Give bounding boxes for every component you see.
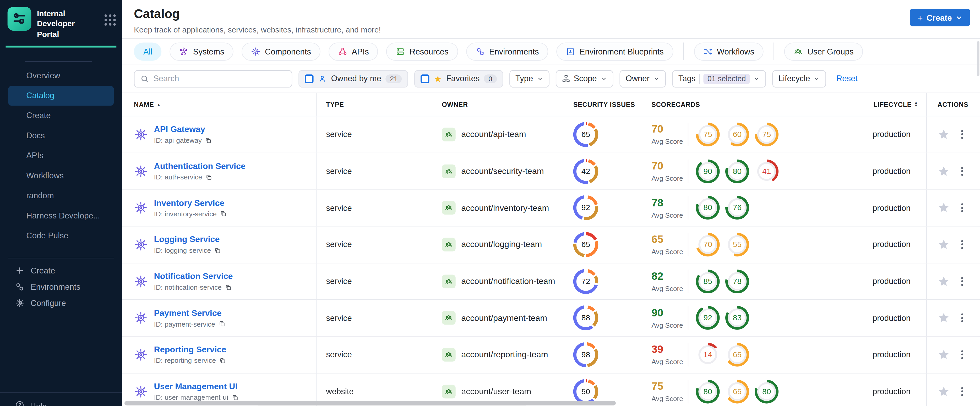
scorecard-value: 90 [703, 167, 712, 176]
tab-environment-blueprints[interactable]: Environment Blueprints [556, 42, 673, 60]
column-header-lifecycle[interactable]: LIFECYCLE ▲▼ [864, 101, 926, 108]
scorecard-badge[interactable]: 80 [696, 379, 720, 403]
favorite-star-icon[interactable] [937, 238, 950, 251]
owned-by-me-filter[interactable]: Owned by me 21 [299, 70, 408, 87]
copy-icon[interactable] [214, 247, 221, 254]
tab-apis[interactable]: APIs [329, 42, 379, 60]
vertical-scrollbar[interactable] [977, 41, 980, 76]
scorecard-badge[interactable]: 80 [725, 159, 749, 183]
app-switcher-icon[interactable] [105, 14, 116, 26]
security-issues-donut[interactable]: 72 [573, 269, 598, 294]
security-issues-donut[interactable]: 65 [573, 232, 598, 257]
scorecard-badge[interactable]: 83 [725, 306, 749, 330]
scorecard-badge[interactable]: 92 [696, 306, 720, 330]
favorite-star-icon[interactable] [937, 275, 950, 288]
sidebar-item-workflows[interactable]: Workflows [0, 165, 122, 186]
tab-components[interactable]: Components [242, 42, 320, 60]
copy-icon[interactable] [205, 137, 212, 144]
scorecard-badge[interactable]: 80 [696, 196, 720, 220]
row-menu-kebab-icon[interactable] [959, 312, 965, 324]
sidebar-bottom-item-environments[interactable]: Environments [0, 279, 122, 295]
sidebar-item-catalog[interactable]: Catalog [8, 86, 114, 106]
sidebar-item-create[interactable]: Create [0, 106, 122, 125]
sidebar-help-item[interactable]: Help [0, 392, 122, 406]
row-menu-kebab-icon[interactable] [959, 275, 965, 288]
security-issues-donut[interactable]: 42 [573, 159, 598, 184]
entity-name-link[interactable]: Authentication Service [154, 161, 245, 171]
favorite-star-icon[interactable] [937, 385, 950, 398]
sidebar-item-harness-develope-[interactable]: Harness Develope... [0, 206, 122, 225]
row-menu-kebab-icon[interactable] [959, 128, 965, 141]
reset-filters-link[interactable]: Reset [837, 74, 858, 83]
search-box[interactable] [134, 70, 292, 87]
sidebar-item-apis[interactable]: APIs [0, 146, 122, 165]
tab-all[interactable]: All [134, 42, 162, 60]
row-menu-kebab-icon[interactable] [959, 348, 965, 361]
sidebar-item-code-pulse[interactable]: Code Pulse [0, 226, 122, 246]
scorecard-badge[interactable]: 85 [696, 269, 720, 293]
scorecard-badge[interactable]: 75 [755, 122, 778, 146]
scorecard-badge[interactable]: 55 [725, 233, 749, 257]
scorecard-badge[interactable]: 80 [755, 379, 778, 403]
row-menu-kebab-icon[interactable] [959, 165, 965, 177]
scorecard-badge[interactable]: 90 [696, 159, 720, 183]
copy-icon[interactable] [205, 174, 212, 181]
security-issues-donut[interactable]: 65 [573, 122, 598, 147]
scorecard-badge[interactable]: 70 [696, 233, 720, 257]
search-input[interactable] [153, 74, 286, 83]
scorecard-badge[interactable]: 65 [725, 379, 749, 403]
security-issues-donut[interactable]: 98 [573, 342, 598, 367]
scorecard-badge[interactable]: 76 [725, 196, 749, 220]
sidebar-bottom-item-configure[interactable]: Configure [0, 295, 122, 311]
entity-name-link[interactable]: Logging Service [154, 235, 221, 244]
sidebar-item-docs[interactable]: Docs [0, 125, 122, 145]
favorite-star-icon[interactable] [937, 165, 950, 177]
copy-icon[interactable] [225, 284, 232, 290]
favorite-star-icon[interactable] [937, 202, 950, 214]
copy-icon[interactable] [218, 320, 225, 327]
scorecard-badge[interactable]: 65 [725, 343, 749, 367]
scorecard-badge[interactable]: 60 [725, 122, 749, 146]
entity-name-link[interactable]: Notification Service [154, 272, 233, 281]
owner-dropdown[interactable]: Owner [619, 70, 666, 87]
lifecycle-dropdown[interactable]: Lifecycle [772, 70, 826, 87]
sidebar-bottom-item-create[interactable]: Create [0, 262, 122, 279]
scorecard-badge[interactable]: 14 [696, 343, 720, 367]
copy-icon[interactable] [231, 394, 238, 401]
entity-name-link[interactable]: API Gateway [154, 125, 212, 134]
owned-by-me-checkbox[interactable] [305, 74, 313, 83]
tab-resources[interactable]: Resources [387, 42, 458, 60]
sidebar-item-random[interactable]: random [0, 186, 122, 206]
scope-dropdown[interactable]: Scope [555, 70, 613, 87]
scorecard-badge[interactable]: 78 [725, 269, 749, 293]
favorite-star-icon[interactable] [937, 312, 950, 324]
entity-name-link[interactable]: Payment Service [154, 308, 225, 318]
tags-dropdown[interactable]: Tags 01 selected [672, 70, 766, 87]
column-header-name[interactable]: NAME▲ [122, 93, 317, 116]
copy-icon[interactable] [219, 357, 226, 364]
type-dropdown[interactable]: Type [509, 70, 549, 87]
row-menu-kebab-icon[interactable] [959, 385, 965, 398]
scorecard-badge[interactable]: 41 [755, 159, 778, 183]
favorites-filter[interactable]: ★ Favorites 0 [415, 70, 503, 87]
horizontal-scrollbar[interactable] [124, 401, 616, 406]
security-issues-donut[interactable]: 50 [573, 379, 598, 404]
security-issues-donut[interactable]: 88 [573, 305, 598, 331]
create-button[interactable]: + Create [910, 9, 970, 26]
row-menu-kebab-icon[interactable] [959, 202, 965, 214]
security-issues-donut[interactable]: 92 [573, 195, 598, 220]
favorite-star-icon[interactable] [937, 128, 950, 141]
scorecard-badge[interactable]: 75 [696, 122, 720, 146]
tab-workflows[interactable]: Workflows [694, 42, 764, 60]
tab-systems[interactable]: Systems [170, 42, 234, 60]
favorite-star-icon[interactable] [937, 348, 950, 361]
entity-name-link[interactable]: Reporting Service [154, 345, 226, 354]
tab-user-groups[interactable]: User Groups [784, 42, 863, 60]
sidebar-item-overview[interactable]: Overview [0, 65, 122, 86]
copy-icon[interactable] [220, 210, 227, 217]
entity-name-link[interactable]: Inventory Service [154, 198, 227, 208]
row-menu-kebab-icon[interactable] [959, 238, 965, 251]
entity-name-link[interactable]: User Management UI [154, 382, 238, 391]
favorites-checkbox[interactable] [421, 74, 430, 83]
tab-environments[interactable]: Environments [466, 42, 548, 60]
